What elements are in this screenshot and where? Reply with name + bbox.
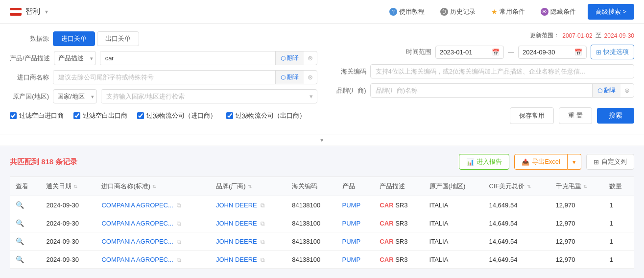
hidden-button[interactable]: 👁 隐藏条件	[537, 5, 580, 18]
time-start-input[interactable]	[440, 49, 489, 56]
product-type-select[interactable]: 产品描述	[54, 51, 96, 65]
brand-link-3[interactable]: JOHN DEERE	[216, 256, 257, 263]
update-date-start: 2007-01-02	[562, 32, 592, 39]
product-link-0[interactable]: PUMP	[342, 202, 361, 209]
filter-import-check[interactable]: 过滤空白进口商	[10, 111, 64, 120]
collapse-button[interactable]: ▾	[0, 134, 644, 146]
importer-clear-button[interactable]: ⊗	[304, 71, 317, 83]
translate-brand-button[interactable]: ⬡ 翻译	[592, 84, 620, 97]
product-clear-button[interactable]: ⊗	[304, 52, 317, 64]
sort-importer-icon[interactable]: ⇅	[152, 184, 156, 189]
tutorial-button[interactable]: ? 使用教程	[385, 5, 429, 18]
brand-clear-button[interactable]: ⊗	[620, 84, 634, 97]
search-row-icon-3[interactable]: 🔍	[16, 255, 24, 263]
export-button[interactable]: 📤 导出Excel	[514, 154, 568, 170]
datasource-tabs: 进口关单 出口关单	[53, 31, 139, 46]
copy-brand-icon-1[interactable]: ⧉	[261, 220, 265, 227]
description-red-3: CAR	[380, 256, 393, 263]
translate-importer-button[interactable]: ⬡ 翻译	[275, 71, 304, 84]
time-start-wrap: 📅	[435, 46, 504, 59]
custom-cols-button[interactable]: ⊞ 自定义列	[586, 154, 634, 170]
save-button[interactable]: 保存常用	[510, 107, 554, 124]
tab-export[interactable]: 出口关单	[97, 31, 139, 46]
sort-weight-icon[interactable]: ⇅	[583, 184, 587, 189]
sort-cif-icon[interactable]: ⇅	[527, 184, 531, 189]
hs-code-label: 海关编码	[327, 67, 366, 76]
cell-view-3[interactable]: 🔍	[10, 251, 40, 269]
cell-quantity-0: 1	[603, 196, 634, 214]
filter-import-checkbox[interactable]	[10, 112, 17, 119]
star-icon: ★	[491, 8, 498, 16]
cell-weight-1: 12,970	[550, 214, 604, 232]
table-row: 🔍 2024-09-30 COMPANIA AGROPEC... ⧉ JOHN …	[10, 251, 634, 269]
quick-select-button[interactable]: ⊞ 快捷选项	[591, 45, 634, 59]
copy-brand-icon-2[interactable]: ⧉	[261, 238, 265, 245]
cell-hs-2: 84138100	[286, 232, 336, 251]
copy-importer-icon-0[interactable]: ⧉	[177, 202, 181, 209]
time-end-input[interactable]	[523, 49, 572, 56]
cols-icon: ⊞	[594, 158, 599, 166]
advanced-search-button[interactable]: 高级搜索 >	[588, 4, 634, 20]
sort-date-icon[interactable]: ⇅	[73, 184, 77, 189]
importer-link-1[interactable]: COMPANIA AGROPEC...	[101, 220, 173, 227]
advanced-search-label: 高级搜索 >	[596, 7, 626, 16]
report-button[interactable]: 📊 进入报告	[459, 154, 509, 170]
update-range-label: 更新范围：	[530, 31, 559, 40]
product-input[interactable]	[100, 51, 275, 65]
product-link-2[interactable]: PUMP	[342, 238, 361, 245]
cell-date-1: 2024-09-30	[40, 214, 95, 232]
search-panel: 数据源 进口关单 出口关单 产品/产品描述 产品描述 ⬡	[0, 24, 644, 134]
product-input-wrap: ⬡ 翻译 ⊗	[100, 51, 317, 65]
filter-export-check[interactable]: 过滤空白出口商	[73, 111, 127, 120]
importer-input[interactable]	[53, 71, 275, 84]
filter-logistics-export-checkbox[interactable]	[226, 112, 233, 119]
origin-input[interactable]	[101, 90, 306, 103]
importer-link-3[interactable]: COMPANIA AGROPEC...	[101, 256, 173, 263]
copy-importer-icon-2[interactable]: ⧉	[177, 238, 181, 245]
datasource-row: 数据源 进口关单 出口关单	[10, 31, 317, 46]
favorites-button[interactable]: ★ 常用条件	[487, 5, 529, 18]
brand-link-2[interactable]: JOHN DEERE	[216, 238, 257, 245]
tab-import[interactable]: 进口关单	[53, 31, 95, 46]
product-link-1[interactable]: PUMP	[342, 220, 361, 227]
quick-select-icon: ⊞	[596, 49, 601, 56]
filter-logistics-import-checkbox[interactable]	[137, 112, 144, 119]
cell-view-0[interactable]: 🔍	[10, 196, 40, 214]
col-origin: 原产国(地区)	[424, 177, 483, 196]
search-left: 数据源 进口关单 出口关单 产品/产品描述 产品描述 ⬡	[10, 31, 317, 103]
filter-export-checkbox[interactable]	[73, 112, 80, 119]
origin-type-select[interactable]: 国家/地区	[53, 89, 97, 103]
hs-code-row: 海关编码	[327, 64, 635, 78]
importer-row: 进口商名称 ⬡ 翻译 ⊗	[10, 70, 317, 84]
filter-logistics-import-check[interactable]: 过滤物流公司（进口商）	[137, 111, 216, 120]
filter-actions: 保存常用 重 置 搜索	[510, 107, 634, 124]
reset-button[interactable]: 重 置	[559, 107, 592, 124]
search-row-icon-0[interactable]: 🔍	[16, 201, 24, 209]
chevron-down-icon[interactable]: ▾	[45, 8, 48, 15]
copy-brand-icon-0[interactable]: ⧉	[261, 202, 265, 209]
cell-cif-1: 14,649.54	[483, 214, 550, 232]
filter-logistics-export-check[interactable]: 过滤物流公司（出口商）	[226, 111, 306, 120]
copy-brand-icon-3[interactable]: ⧉	[261, 256, 265, 263]
export-arrow-button[interactable]: ▾	[568, 154, 581, 170]
copy-importer-icon-1[interactable]: ⧉	[177, 220, 181, 227]
sort-brand-icon[interactable]: ⇅	[248, 184, 252, 189]
cell-view-1[interactable]: 🔍	[10, 214, 40, 232]
cell-view-2[interactable]: 🔍	[10, 232, 40, 251]
history-button[interactable]: ⏱ 历史记录	[436, 5, 479, 18]
brand-link-0[interactable]: JOHN DEERE	[216, 202, 257, 209]
product-link-3[interactable]: PUMP	[342, 256, 361, 263]
importer-link-2[interactable]: COMPANIA AGROPEC...	[101, 238, 173, 245]
description-red-1: CAR	[380, 220, 393, 227]
search-row-icon-2[interactable]: 🔍	[16, 237, 24, 245]
hs-code-input[interactable]	[376, 68, 629, 75]
brand-input[interactable]	[371, 84, 593, 97]
cell-brand-1: JOHN DEERE ⧉	[210, 214, 286, 232]
search-row-icon-1[interactable]: 🔍	[16, 219, 24, 227]
time-label: 时间范围	[406, 48, 431, 56]
translate-product-button[interactable]: ⬡ 翻译	[275, 51, 304, 65]
copy-importer-icon-3[interactable]: ⧉	[177, 256, 181, 263]
importer-link-0[interactable]: COMPANIA AGROPEC...	[101, 202, 173, 209]
search-button[interactable]: 搜索	[597, 108, 634, 124]
brand-link-1[interactable]: JOHN DEERE	[216, 220, 257, 227]
